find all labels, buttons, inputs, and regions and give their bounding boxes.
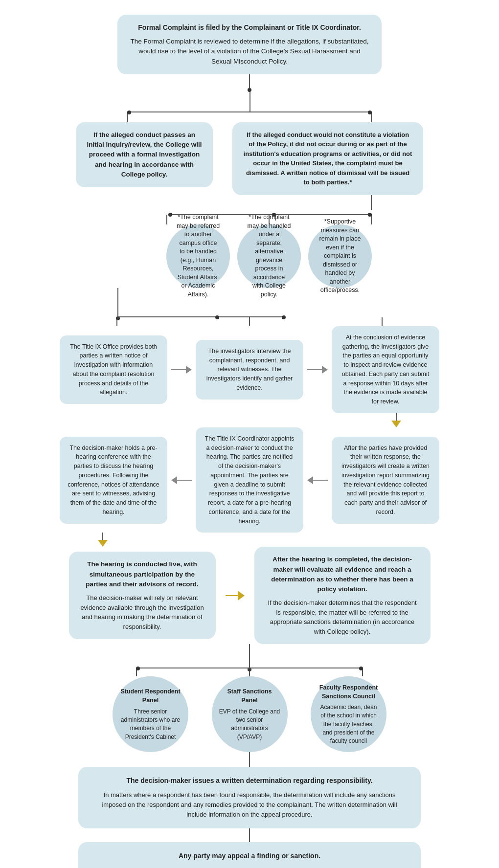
determination-box: The decision-maker issues a written dete…	[78, 767, 421, 828]
sanctions-to-determination	[249, 752, 250, 767]
sanction-staff-body: EVP of the College and two senior admini…	[219, 708, 280, 742]
circle-1: *The complaint may be referred to anothe…	[166, 224, 230, 288]
step3-arrow-down	[49, 413, 450, 427]
branch-left-text: If the alleged conduct passes an initial…	[87, 131, 202, 178]
circles-row: *The complaint may be referred to anothe…	[127, 224, 372, 288]
step1-box: The Title IX Office provides both partie…	[60, 335, 167, 404]
circle-1-text: *The complaint may be referred to anothe…	[176, 213, 220, 299]
circle-2: *The complaint may be handled under a se…	[237, 224, 301, 288]
arrow-down-yellow-1	[391, 421, 401, 427]
determination-body: In matters where a respondent has been f…	[93, 790, 406, 820]
sanction-student-body: Three senior administrators who are memb…	[120, 708, 181, 742]
circles-h-connector	[127, 210, 372, 215]
appeal-box: Any party may appeal a finding or sancti…	[78, 842, 421, 868]
arrow-icon-left-2	[307, 476, 313, 484]
arrow-right-1	[171, 366, 192, 374]
sanction-student: Student Respondent Panel Three senior ad…	[113, 676, 188, 752]
branch-left-box: If the alleged conduct passes an initial…	[76, 122, 213, 187]
steps-row2: The decision-maker holds a pre-hearing c…	[49, 427, 450, 533]
step4-text: The decision-maker holds a pre-hearing c…	[68, 445, 159, 515]
step5-box: The Title IX Coordinator appoints a deci…	[196, 427, 303, 533]
arrow-icon-2	[322, 366, 328, 374]
appeal-body: Information on how to appeal in includin…	[93, 866, 406, 868]
hearing-left-body: The decision-maker will rely on relevant…	[80, 593, 205, 631]
branch-row: If the alleged conduct passes an initial…	[49, 122, 450, 195]
flowchart: Formal Complaint is filed by the Complai…	[49, 0, 450, 868]
sanction-faculty-title: Faculty Respondent Sanctions Council	[318, 683, 379, 701]
hearing-left-title: The hearing is conducted live, with simu…	[80, 559, 205, 589]
arrow-down-yellow-2	[98, 540, 108, 547]
hearing-right-box: After the hearing is completed, the deci…	[254, 547, 431, 644]
top-box-body: The Formal Complaint is reviewed to dete…	[128, 37, 371, 67]
sanctions-row: Student Respondent Panel Three senior ad…	[49, 676, 450, 752]
arrow-yellow-right	[238, 591, 245, 601]
sanction-staff: Staff Sanctions Panel EVP of the College…	[212, 676, 288, 752]
hearing-arrow	[226, 591, 245, 601]
steps-row1: The Title IX Office provides both partie…	[49, 326, 450, 413]
step3-text: At the conclusion of evidence gathering,…	[342, 334, 430, 405]
sanction-faculty-body: Academic dean, dean of the school in whi…	[318, 703, 379, 746]
hearing-left-box: The hearing is conducted live, with simu…	[69, 552, 216, 639]
appeal-title: Any party may appeal a finding or sancti…	[93, 851, 406, 862]
step2-text: The investigators interview the complain…	[206, 348, 293, 391]
hearing-right-title: After the hearing is completed, the deci…	[265, 555, 420, 594]
dot1	[248, 88, 251, 92]
circle-3: *Supportive measures can remain in place…	[308, 224, 372, 288]
sanction-staff-title: Staff Sanctions Panel	[219, 687, 280, 705]
det-to-appeal	[249, 828, 250, 842]
arrow-left-2	[307, 476, 328, 484]
right-branch-connector-top	[127, 195, 372, 210]
steps-row1-drops	[49, 317, 450, 326]
step3-box: At the conclusion of evidence gathering,…	[332, 326, 439, 413]
step6-box: After the parties have provided their wr…	[332, 437, 439, 524]
sanctions-top-connector	[49, 644, 450, 668]
arrow-icon-1	[186, 366, 192, 374]
connector-v-det	[249, 752, 250, 767]
hearing-row: The hearing is conducted live, with simu…	[49, 547, 450, 644]
hearing-right-body: If the decision-maker determines that th…	[265, 598, 420, 636]
sanction-faculty: Faculty Respondent Sanctions Council Aca…	[311, 676, 386, 752]
branch-right-text: If the alleged conduct would not constit…	[244, 131, 412, 186]
sanction-student-title: Student Respondent Panel	[120, 687, 181, 705]
step5-text: The Title IX Coordinator appoints a deci…	[205, 435, 295, 525]
step4-arrow-down	[49, 533, 450, 547]
connector-v1	[249, 74, 250, 88]
top-box-title: Formal Complaint is filed by the Complai…	[128, 22, 371, 33]
step4-box: The decision-maker holds a pre-hearing c…	[60, 437, 167, 524]
arrow-left-1	[171, 476, 192, 484]
circle-3-text: *Supportive measures can remain in place…	[318, 218, 362, 295]
branch-connector	[127, 92, 372, 111]
step2-box: The investigators interview the complain…	[196, 340, 303, 400]
circle-2-text: *The complaint may be handled under a se…	[247, 213, 291, 299]
arrow-icon-left-1	[171, 476, 177, 484]
left-branch-to-steps	[49, 288, 450, 317]
branch-drops	[127, 111, 372, 122]
arrow-right-2	[307, 366, 328, 374]
step6-text: After the parties have provided their wr…	[341, 445, 430, 515]
branch-right-box: If the alleged conduct would not constit…	[232, 122, 423, 195]
connector-v-appeal	[249, 828, 250, 842]
top-box: Formal Complaint is filed by the Complai…	[117, 15, 382, 74]
step1-text: The Title IX Office provides both partie…	[70, 343, 157, 396]
determination-title: The decision-maker issues a written dete…	[93, 776, 406, 786]
